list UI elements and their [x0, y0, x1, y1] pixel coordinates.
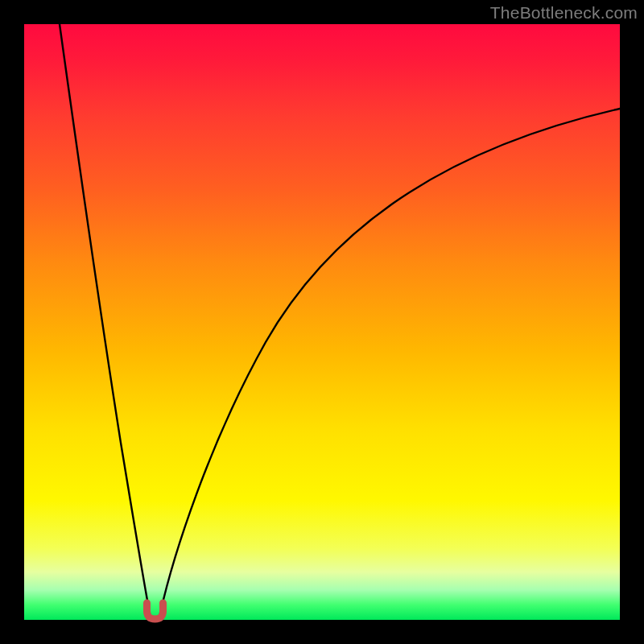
optimum-marker	[147, 603, 163, 619]
curve-right-branch	[160, 109, 620, 613]
plot-area	[24, 24, 620, 620]
u-marker-icon	[147, 603, 163, 619]
bottleneck-curve	[24, 24, 620, 620]
curve-left-branch	[60, 24, 150, 613]
watermark-text: TheBottleneck.com	[490, 3, 638, 23]
outer-frame: TheBottleneck.com	[0, 0, 644, 644]
